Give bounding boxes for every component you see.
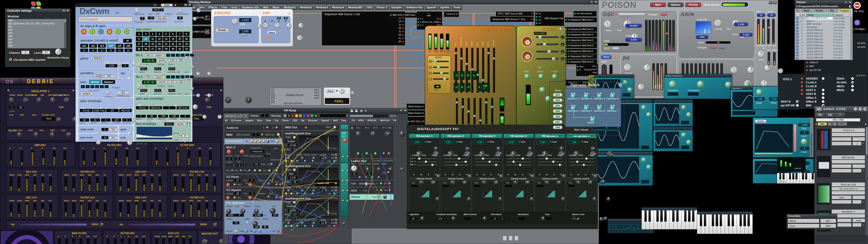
use-midi-channel-checkbox[interactable]: X [9,58,12,61]
slider-track[interactable] [536,58,559,60]
osc-wave-selector[interactable]: ∿∿◸◿∿⎍ [81,85,109,88]
knob[interactable] [714,20,721,27]
slider-AMT[interactable] [33,177,36,191]
slider-DEL[interactable] [206,177,208,191]
titlebar[interactable]: Poison [795,0,852,5]
algo-24[interactable]: 24 [183,41,190,46]
algo-32[interactable]: 32 [183,47,190,51]
slider-PH[interactable] [104,177,107,191]
list-row[interactable]: 001 @Tension (Ctrl_IO_7Bit-_dummyIO1) [7,22,66,25]
pill-OP3[interactable]: OP3 [553,98,562,102]
cell[interactable]: - [852,138,865,141]
knob[interactable] [135,8,140,12]
device-row-0[interactable]: T R A C K S----1▼ [815,127,866,153]
fader2-OUT[interactable] [491,98,493,124]
algo-6[interactable]: 6 [170,32,176,36]
module-dest-2[interactable]: ▶In Sequencer Midi Dest 3 [565,27,597,32]
module-midi-merger4[interactable]: ▶In1▶In2▶In3▶In4MIDI Merger4 Out▶ [535,11,564,26]
slider-handle[interactable] [543,43,546,46]
dropdown-icon[interactable]: ▼ [862,142,864,145]
cell[interactable]: - [832,142,851,146]
bank-icon[interactable]: B [796,32,799,35]
file-menu[interactable]: file [153,4,157,6]
knob[interactable] [465,146,469,151]
knob[interactable] [528,146,532,151]
slider-WAVE[interactable] [64,203,67,217]
type-selector[interactable] [473,184,481,187]
pill-OP7[interactable]: OP7 [553,120,562,124]
filter-mode-HP[interactable]: HP [560,42,565,47]
button-Main[interactable]: Main [650,2,666,7]
knob[interactable] [697,81,705,88]
pwmsource-field[interactable]: lfo1 [117,91,129,94]
free-env-display[interactable] [136,126,173,140]
menu-?[interactable]: ? [835,113,844,117]
blue-button[interactable] [718,46,725,49]
slider-PH[interactable] [213,203,216,217]
knob[interactable] [225,97,231,103]
bank-icon[interactable]: B [796,41,799,44]
thru-selector[interactable]: Thru [42,117,55,121]
slider-WAVE[interactable] [174,177,177,191]
knob[interactable] [298,23,303,28]
osc-fader-2[interactable] [652,20,654,51]
algo-operator-6[interactable]: 6 [124,29,129,34]
slider-BPM[interactable] [190,177,192,191]
knob[interactable] [183,138,187,142]
op-on-op2[interactable]: on [89,49,97,52]
all-button[interactable]: all [123,39,132,43]
mod-slider-track[interactable] [506,161,531,162]
slider-VEL[interactable] [135,239,138,244]
slider-D[interactable] [21,150,23,166]
slider-AMT[interactable] [88,203,91,217]
omni-button[interactable]: Omni [601,55,612,59]
cell[interactable]: - [852,196,865,199]
slider-AMT[interactable] [197,177,200,191]
pink-bar[interactable] [794,124,796,152]
slider-S[interactable] [31,150,34,166]
out-fader-1[interactable] [773,52,776,65]
slider-WAVE[interactable] [155,239,158,244]
m-osc-button[interactable]: M-Osc [89,80,101,84]
bus-field[interactable]: 3Bus-24Bit [816,118,860,122]
slider-A[interactable] [10,150,12,166]
type-selector[interactable] [567,184,575,187]
module-debbie-droner[interactable]: in3in4fm5fm6fm7fm8Debbie Dronerosc1osc2o… [270,88,321,105]
preset-name[interactable]: MIDI Controler [807,23,833,26]
algo-9[interactable]: 9 [136,37,142,41]
knob[interactable] [646,112,651,117]
knob[interactable] [530,197,534,201]
slider-DEL[interactable] [151,203,153,217]
knob[interactable] [33,132,39,138]
knob[interactable] [627,87,632,92]
slider-DEL[interactable] [41,203,44,217]
algo-16[interactable]: 16 [183,37,190,41]
slider-AMT[interactable] [33,203,36,217]
slider-WAVE[interactable] [10,203,12,217]
knob-1[interactable] [538,74,544,79]
mod-slider-track[interactable] [475,158,500,159]
knob[interactable] [641,157,646,162]
radio-ADAT A[interactable] [822,89,825,92]
mod-slider-handle[interactable] [418,157,421,160]
knob[interactable] [193,104,198,109]
taskbar-glyph[interactable] [508,236,513,241]
lfo1-panel-retrig[interactable]: rOn [145,54,151,57]
preset-name[interactable]: 00_CTL128-Init val 0 [807,17,833,20]
bank-icon[interactable]: B [796,20,799,23]
wave-icon[interactable]: ⎍ [171,54,175,57]
slider-D[interactable] [114,239,117,244]
titlebar[interactable]: Controller Settings [5,9,70,13]
module-midi-dxcwm[interactable]: ▶MIDI DxCwmOutLOutR [191,26,211,38]
wave-icon[interactable]: ⎍ [617,225,623,229]
retrigger-button[interactable] [660,13,667,16]
slider-R[interactable] [42,150,45,166]
waldorf-button[interactable]: Waldorf [102,80,115,84]
slider-D[interactable] [166,150,169,166]
slider-A[interactable] [83,150,85,166]
op-button-op3[interactable]: op3 [98,44,106,48]
slider-RATE[interactable] [72,177,75,191]
knob[interactable] [297,35,303,41]
env-slider-handle[interactable] [437,66,440,69]
lfo1-panel-potfrq[interactable]: pot frq [157,59,167,62]
